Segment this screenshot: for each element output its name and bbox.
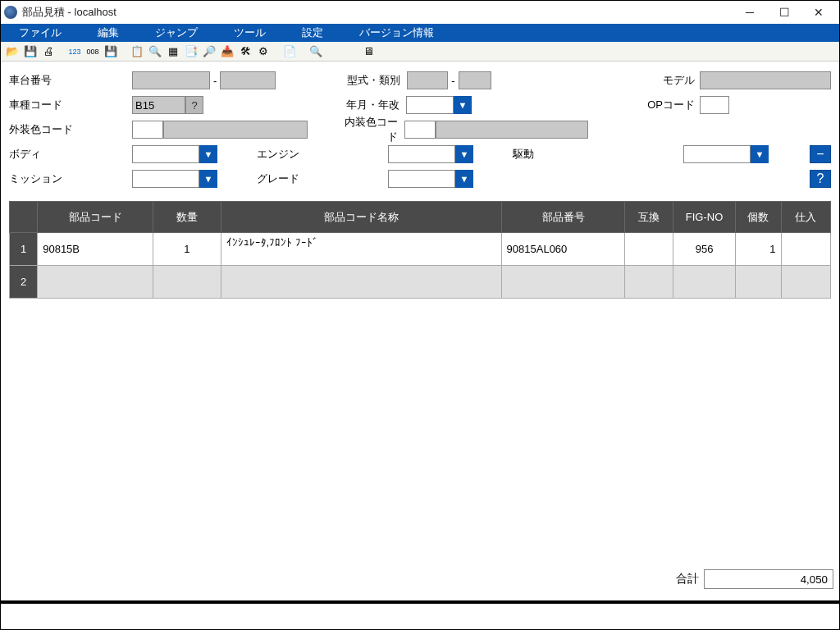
- body-input[interactable]: [132, 145, 199, 163]
- year-input[interactable]: [406, 96, 454, 114]
- print-icon[interactable]: 🖨: [40, 43, 57, 60]
- cell-count[interactable]: [736, 266, 781, 299]
- monitor-icon[interactable]: 🖥: [360, 43, 377, 60]
- doc-icon[interactable]: 📄: [281, 43, 298, 60]
- year-dropdown-button[interactable]: ▼: [454, 96, 472, 114]
- chassis-input-2[interactable]: [220, 71, 276, 89]
- zoom-icon[interactable]: 🔎: [201, 43, 217, 60]
- opcode-input[interactable]: [700, 96, 729, 114]
- table-row[interactable]: 1 90815B 1 ｲﾝｼｭﾚｰﾀ,ﾌﾛﾝﾄ ﾌｰﾄﾞ 90815AL060 …: [10, 233, 831, 266]
- cell-code[interactable]: [38, 266, 153, 299]
- cell-partno[interactable]: [501, 266, 625, 299]
- cell-partno[interactable]: 90815AL060: [501, 233, 625, 266]
- label-model: モデル: [655, 73, 700, 88]
- maximize-button[interactable]: ☐: [767, 2, 801, 22]
- drive-dropdown-button[interactable]: ▼: [751, 145, 769, 163]
- config-icon[interactable]: ⚙: [255, 43, 272, 60]
- intcolor-code-input[interactable]: [404, 121, 436, 139]
- tools-icon[interactable]: 🛠: [237, 43, 253, 60]
- table-row[interactable]: 2: [10, 266, 831, 299]
- th-qty: 数量: [153, 202, 221, 233]
- menu-file[interactable]: ファイル: [1, 24, 80, 42]
- label-extcolor: 外装色コード: [9, 122, 132, 137]
- drive-input[interactable]: [683, 145, 751, 163]
- label-carcode: 車種コード: [9, 98, 132, 112]
- grade-dropdown-button[interactable]: ▼: [455, 170, 473, 188]
- extcolor-name-input[interactable]: [163, 121, 308, 139]
- label-mission: ミッション: [9, 171, 132, 186]
- list-icon[interactable]: 📋: [129, 43, 145, 60]
- find-icon[interactable]: 🔍: [308, 43, 324, 60]
- cell-rownum: 2: [10, 266, 38, 299]
- extcolor-code-input[interactable]: [132, 121, 163, 139]
- chassis-dash: -: [210, 75, 220, 87]
- help-button[interactable]: ?: [810, 170, 831, 188]
- menu-tool[interactable]: ツール: [216, 24, 284, 42]
- th-name: 部品コード名称: [221, 202, 501, 233]
- carcode-input[interactable]: [132, 96, 185, 114]
- cell-cost[interactable]: [781, 233, 830, 266]
- label-intcolor: 内装色コード: [339, 115, 404, 144]
- parts-table: 部品コード 数量 部品コード名称 部品番号 互換 FIG-NO 個数 仕入 1 …: [9, 201, 831, 299]
- cell-rownum: 1: [10, 233, 38, 266]
- engine-dropdown-button[interactable]: ▼: [455, 145, 473, 163]
- footer: 合計: [676, 569, 833, 589]
- th-rownum: [10, 202, 38, 233]
- grid-icon[interactable]: ▦: [165, 43, 181, 60]
- app-icon: [4, 6, 17, 19]
- tool-008-icon[interactable]: 008: [84, 43, 101, 60]
- menu-jump[interactable]: ジャンプ: [137, 24, 216, 42]
- cell-count[interactable]: 1: [736, 233, 781, 266]
- cell-figno[interactable]: 956: [673, 233, 735, 266]
- cell-qty[interactable]: 1: [153, 233, 221, 266]
- intcolor-name-input[interactable]: [436, 121, 588, 139]
- mission-input[interactable]: [132, 170, 199, 188]
- parts-table-wrap: 部品コード 数量 部品コード名称 部品番号 互換 FIG-NO 個数 仕入 1 …: [9, 201, 831, 299]
- carcode-help-button[interactable]: ?: [185, 96, 203, 114]
- cell-compat[interactable]: [625, 233, 673, 266]
- window-title: 部品見積 - localhost: [22, 5, 733, 20]
- label-opcode: OPコード: [647, 98, 700, 112]
- label-year: 年月・年改: [340, 98, 406, 112]
- import-icon[interactable]: 📥: [219, 43, 235, 60]
- tool-123-icon[interactable]: 123: [66, 43, 83, 60]
- copy-icon[interactable]: 📑: [183, 43, 199, 60]
- label-grade: グレード: [257, 171, 322, 186]
- total-input[interactable]: [704, 569, 833, 589]
- modeltype-input-2[interactable]: [459, 71, 491, 89]
- body-dropdown-button[interactable]: ▼: [199, 145, 217, 163]
- chassis-input-1[interactable]: [132, 71, 210, 89]
- th-code: 部品コード: [38, 202, 153, 233]
- mission-dropdown-button[interactable]: ▼: [199, 170, 217, 188]
- cell-code[interactable]: 90815B: [38, 233, 153, 266]
- save-icon[interactable]: 💾: [22, 43, 39, 60]
- toolbar: 📂 💾 🖨 123 008 💾 📋 🔍 ▦ 📑 🔎 📥 🛠 ⚙ 📄 🔍 🖥: [1, 42, 839, 62]
- open-icon[interactable]: 📂: [4, 43, 21, 60]
- label-drive: 駆動: [513, 147, 560, 162]
- engine-input[interactable]: [388, 145, 455, 163]
- menu-version[interactable]: バージョン情報: [341, 24, 452, 42]
- cell-cost[interactable]: [781, 266, 830, 299]
- cell-qty[interactable]: [153, 266, 221, 299]
- menu-settings[interactable]: 設定: [284, 24, 341, 42]
- label-total: 合計: [676, 572, 699, 587]
- label-chassis: 車台番号: [9, 73, 132, 88]
- cell-name[interactable]: [221, 266, 501, 299]
- minus-button[interactable]: −: [810, 145, 831, 163]
- minimize-button[interactable]: ─: [733, 2, 767, 22]
- label-body: ボディ: [9, 147, 132, 162]
- search-icon[interactable]: 🔍: [147, 43, 163, 60]
- model-input[interactable]: [700, 71, 831, 89]
- close-button[interactable]: ✕: [801, 2, 836, 22]
- grade-input[interactable]: [388, 170, 455, 188]
- th-figno: FIG-NO: [673, 202, 735, 233]
- label-model-type: 型式・類別: [341, 73, 407, 88]
- cell-compat[interactable]: [625, 266, 673, 299]
- modeltype-dash: -: [448, 75, 458, 87]
- menu-edit[interactable]: 編集: [80, 24, 137, 42]
- cell-name[interactable]: ｲﾝｼｭﾚｰﾀ,ﾌﾛﾝﾄ ﾌｰﾄﾞ: [221, 233, 501, 266]
- cell-figno[interactable]: [673, 266, 735, 299]
- th-count: 個数: [736, 202, 781, 233]
- modeltype-input-1[interactable]: [407, 71, 448, 89]
- disk-icon[interactable]: 💾: [103, 43, 119, 60]
